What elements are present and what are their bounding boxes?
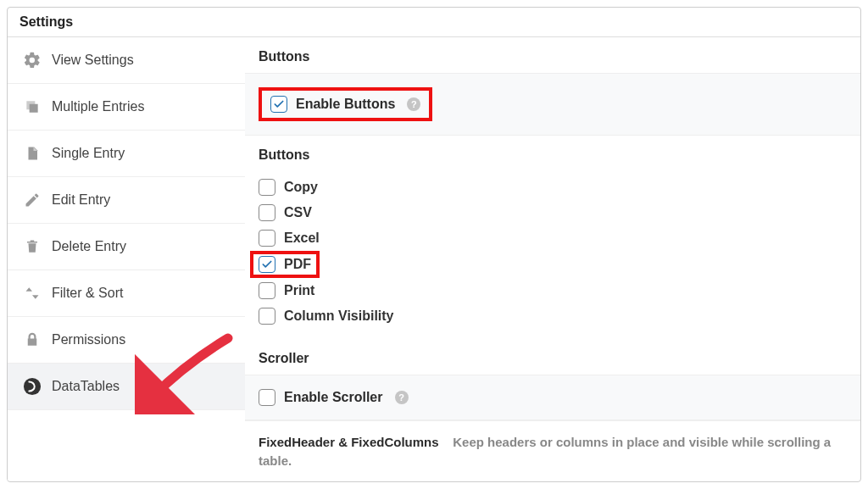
panel-title: Settings [8, 8, 860, 37]
excel-checkbox[interactable] [259, 230, 275, 247]
lock-icon [23, 331, 42, 349]
help-icon[interactable]: ? [395, 391, 409, 404]
enable-buttons-checkbox[interactable] [270, 96, 287, 113]
fixed-header-row: FixedHeader & FixedColumns Keep headers … [245, 420, 860, 481]
panel-body: View Settings Multiple Entries Single En… [8, 37, 860, 481]
enable-buttons-row: Enable Buttons ? [245, 73, 860, 136]
buttons-list: Copy CSV Excel PDF Print [245, 171, 860, 339]
button-option-print: Print [259, 278, 847, 303]
sidebar-item-delete-entry[interactable]: Delete Entry [8, 224, 245, 270]
enable-scroller-label: Enable Scroller [284, 390, 383, 405]
sidebar-item-permissions[interactable]: Permissions [8, 317, 245, 364]
copy-checkbox[interactable] [259, 179, 275, 196]
button-option-colvis: Column Visibility [259, 303, 847, 329]
settings-sidebar: View Settings Multiple Entries Single En… [8, 37, 245, 481]
sidebar-item-datatables[interactable]: DataTables [8, 364, 245, 410]
gear-icon [23, 51, 42, 69]
page-icon [23, 144, 42, 163]
settings-panel: Settings View Settings Multiple Entries … [7, 7, 861, 482]
sidebar-item-label: Permissions [52, 332, 125, 347]
sidebar-item-label: Single Entry [52, 146, 125, 161]
sort-icon [23, 284, 42, 303]
sidebar-item-filter-sort[interactable]: Filter & Sort [8, 270, 245, 317]
print-label: Print [284, 283, 314, 298]
copies-icon [23, 97, 42, 116]
print-checkbox[interactable] [259, 282, 275, 299]
sidebar-item-label: Delete Entry [52, 239, 126, 254]
sidebar-item-label: Filter & Sort [52, 286, 123, 301]
buttons-section-heading: Buttons [245, 37, 860, 73]
enable-scroller-row: Enable Scroller ? [245, 375, 860, 420]
sidebar-item-view-settings[interactable]: View Settings [8, 37, 245, 84]
sidebar-item-label: Multiple Entries [52, 99, 144, 114]
pencil-icon [23, 191, 42, 209]
csv-label: CSV [284, 205, 312, 220]
button-option-excel: Excel [259, 225, 847, 251]
button-option-csv: CSV [259, 200, 847, 225]
highlight-pdf: PDF [250, 251, 320, 278]
sidebar-item-label: View Settings [52, 53, 134, 68]
csv-checkbox[interactable] [259, 204, 275, 221]
highlight-enable-buttons: Enable Buttons ? [259, 87, 432, 121]
help-icon[interactable]: ? [407, 97, 420, 111]
trash-icon [23, 237, 42, 256]
excel-label: Excel [284, 231, 320, 246]
copy-label: Copy [284, 180, 318, 195]
svg-point-0 [24, 378, 41, 395]
pdf-checkbox[interactable] [259, 256, 275, 273]
colvis-label: Column Visibility [284, 308, 394, 324]
colvis-checkbox[interactable] [259, 308, 275, 325]
fixed-header-title: FixedHeader & FixedColumns [259, 435, 439, 449]
content-area: Buttons Enable Buttons ? Buttons Copy [245, 37, 860, 481]
datatables-icon [23, 377, 42, 396]
enable-scroller-checkbox[interactable] [259, 389, 275, 406]
sidebar-item-label: Edit Entry [52, 192, 110, 208]
scroller-section-heading: Scroller [245, 339, 860, 375]
sidebar-item-label: DataTables [52, 379, 120, 394]
pdf-label: PDF [284, 257, 311, 272]
button-option-copy: Copy [259, 175, 847, 200]
sidebar-item-single-entry[interactable]: Single Entry [8, 131, 245, 177]
buttons-list-heading: Buttons [245, 136, 860, 171]
enable-buttons-label: Enable Buttons [296, 97, 395, 112]
enable-scroller-field: Enable Scroller ? [259, 389, 847, 406]
sidebar-item-multiple-entries[interactable]: Multiple Entries [8, 84, 245, 131]
sidebar-item-edit-entry[interactable]: Edit Entry [8, 177, 245, 224]
